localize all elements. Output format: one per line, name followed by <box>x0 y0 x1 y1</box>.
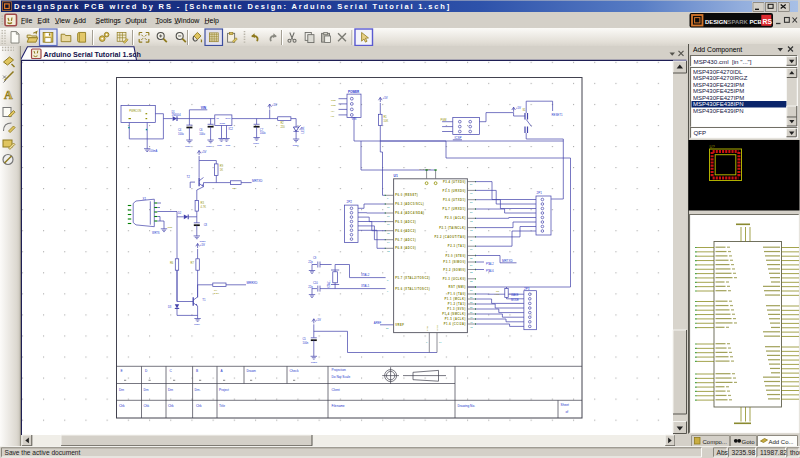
svg-text:3235.98: 3235.98 <box>732 449 756 456</box>
svg-text:MSP430.cml [in "..."]: MSP430.cml [in "..."] <box>693 58 751 65</box>
svg-text:Goto: Goto <box>741 439 755 445</box>
svg-text:Add Component: Add Component <box>693 46 742 54</box>
svg-text:Add Co...: Add Co... <box>768 439 793 445</box>
svg-text:MSP430F4270IRGZ: MSP430F4270IRGZ <box>693 75 748 81</box>
svg-text:QFP: QFP <box>693 129 706 136</box>
svg-text:U?: U? <box>709 144 715 149</box>
svg-text:11987.82: 11987.82 <box>760 449 787 456</box>
svg-text:MSP430F4270IDL: MSP430F4270IDL <box>693 69 743 75</box>
svg-text:MSP430FE425IPM: MSP430FE425IPM <box>693 88 744 94</box>
svg-text:MSP430FE427IPM: MSP430FE427IPM <box>693 95 744 101</box>
svg-text:Compo...: Compo... <box>702 439 727 445</box>
svg-text:Save the active document: Save the active document <box>5 449 81 456</box>
svg-text:MSP430FE439IPN: MSP430FE439IPN <box>693 108 744 114</box>
svg-text:MSP430FE423IPM: MSP430FE423IPM <box>693 82 744 88</box>
svg-text:Abs: Abs <box>717 449 729 456</box>
svg-text:MSP430FE438IPN: MSP430FE438IPN <box>693 101 744 107</box>
svg-text:thou: thou <box>790 449 800 456</box>
